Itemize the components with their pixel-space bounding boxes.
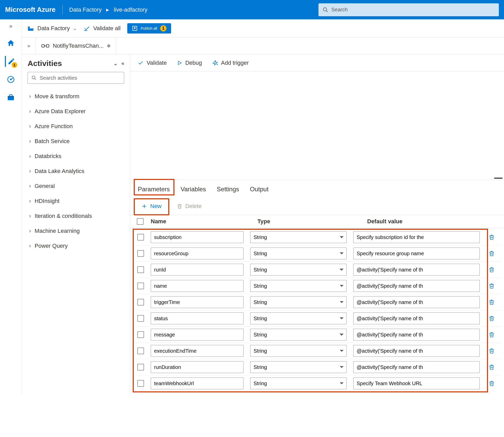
param-type-select[interactable]: String	[250, 361, 347, 373]
row-checkbox[interactable]	[137, 266, 144, 273]
home-icon[interactable]	[5, 38, 16, 49]
collapse-down-icon[interactable]: ⌄	[113, 60, 118, 67]
param-name-input[interactable]	[151, 345, 243, 357]
activity-category[interactable]: ›Databricks	[28, 149, 124, 164]
chevron-right-icon: ›	[29, 183, 31, 189]
row-checkbox[interactable]	[137, 299, 144, 306]
row-checkbox[interactable]	[137, 283, 144, 289]
param-default-input[interactable]	[353, 296, 480, 308]
tab-scroller[interactable]: »	[22, 37, 36, 54]
delete-row-button[interactable]	[486, 299, 497, 305]
param-default-input[interactable]	[353, 345, 480, 357]
param-type-select[interactable]: String	[250, 377, 347, 389]
breadcrumb-resource[interactable]: live-adfactory	[114, 6, 147, 13]
param-name-input[interactable]	[151, 329, 243, 341]
row-checkbox[interactable]	[137, 315, 144, 322]
validate-button[interactable]: Validate	[138, 60, 167, 66]
param-type-select[interactable]: String	[250, 280, 347, 292]
delete-row-button[interactable]	[486, 348, 497, 354]
delete-row-button[interactable]	[486, 234, 497, 240]
param-name-input[interactable]	[151, 296, 243, 308]
chevron-right-icon: ›	[29, 198, 31, 204]
row-checkbox[interactable]	[137, 250, 144, 257]
param-default-input[interactable]	[353, 280, 480, 292]
param-name-input[interactable]	[151, 264, 243, 276]
param-type-select[interactable]: String	[250, 312, 347, 324]
tab-settings[interactable]: Settings	[216, 184, 240, 194]
delete-row-button[interactable]	[486, 364, 497, 370]
param-type-select[interactable]: String	[250, 345, 347, 357]
expand-rail-icon[interactable]: »	[9, 23, 12, 30]
add-trigger-button[interactable]: Add trigger	[212, 60, 249, 66]
param-type-select[interactable]: String	[250, 248, 347, 259]
delete-row-button[interactable]	[486, 250, 497, 257]
global-search[interactable]	[318, 3, 499, 16]
param-name-input[interactable]	[151, 280, 243, 292]
tab-output[interactable]: Output	[249, 184, 270, 194]
row-checkbox[interactable]	[137, 348, 144, 354]
new-parameter-button[interactable]: New	[137, 201, 166, 211]
svg-point-3	[10, 79, 11, 80]
activity-category[interactable]: ›Data Lake Analytics	[28, 164, 124, 179]
param-default-input[interactable]	[353, 361, 480, 373]
param-name-input[interactable]	[151, 312, 243, 324]
publish-count-badge: 1	[160, 25, 166, 31]
row-checkbox[interactable]	[137, 364, 144, 370]
brand-label[interactable]: Microsoft Azure	[5, 6, 62, 14]
param-type-select[interactable]: String	[250, 231, 347, 243]
activity-category[interactable]: ›Iteration & conditionals	[28, 209, 124, 224]
param-type-select[interactable]: String	[250, 264, 347, 276]
context-dropdown[interactable]: Data Factory ⌄	[27, 25, 77, 32]
tab-parameters[interactable]: Parameters	[137, 184, 171, 194]
collapse-left-icon[interactable]: «	[121, 60, 124, 67]
param-default-input[interactable]	[353, 329, 480, 341]
monitor-gauge-icon[interactable]	[5, 74, 16, 85]
activity-category[interactable]: ›General	[28, 179, 124, 194]
param-default-input[interactable]	[353, 264, 480, 276]
activity-category[interactable]: ›Azure Data Explorer	[28, 104, 124, 119]
delete-row-button[interactable]	[486, 267, 497, 273]
manage-toolbox-icon[interactable]	[5, 92, 16, 103]
param-default-input[interactable]	[353, 248, 480, 259]
publish-all-button[interactable]: Publish all 1	[127, 23, 171, 34]
row-checkbox[interactable]	[137, 380, 144, 387]
param-default-input[interactable]	[353, 231, 480, 243]
activities-search[interactable]	[28, 72, 124, 84]
breadcrumb-service[interactable]: Data Factory	[69, 6, 102, 13]
chevron-right-icon: ▸	[106, 6, 109, 13]
param-name-input[interactable]	[151, 377, 243, 389]
debug-button[interactable]: Debug	[177, 60, 202, 66]
global-search-input[interactable]	[331, 7, 495, 13]
param-default-input[interactable]	[353, 312, 480, 324]
author-pencil-icon[interactable]: 1	[5, 56, 16, 67]
validate-all-button[interactable]: Validate all	[83, 25, 121, 32]
activities-search-input[interactable]	[40, 75, 120, 81]
chevron-right-icon: ›	[29, 228, 31, 234]
param-type-select[interactable]: String	[250, 329, 347, 341]
delete-row-button[interactable]	[486, 332, 497, 338]
activity-category[interactable]: ›HDInsight	[28, 194, 124, 209]
row-checkbox[interactable]	[137, 234, 144, 241]
delete-row-button[interactable]	[486, 380, 497, 386]
chevron-right-icon: ›	[29, 243, 31, 249]
activity-category[interactable]: ›Machine Learning	[28, 224, 124, 238]
activity-category[interactable]: ›Azure Function	[28, 119, 124, 134]
delete-row-button[interactable]	[486, 283, 497, 289]
param-type-select[interactable]: String	[250, 296, 347, 308]
tab-variables[interactable]: Variables	[180, 184, 207, 194]
delete-row-button[interactable]	[486, 315, 497, 321]
chevron-right-icon: ›	[29, 108, 31, 115]
activity-category[interactable]: ›Power Query	[28, 238, 124, 253]
select-all-checkbox[interactable]	[137, 218, 144, 225]
param-name-input[interactable]	[151, 248, 243, 259]
activity-category[interactable]: ›Batch Service	[28, 134, 124, 149]
chevron-right-icon: ›	[29, 153, 31, 160]
param-default-input[interactable]	[353, 377, 480, 389]
row-checkbox[interactable]	[137, 331, 144, 338]
design-surface[interactable]	[130, 71, 504, 180]
chevron-right-icon: ›	[29, 168, 31, 175]
activity-category[interactable]: ›Move & transform	[28, 89, 124, 104]
open-tab-pipeline[interactable]: NotifiyTeamsChan...	[36, 37, 116, 54]
param-name-input[interactable]	[151, 361, 243, 373]
param-name-input[interactable]	[151, 231, 243, 243]
